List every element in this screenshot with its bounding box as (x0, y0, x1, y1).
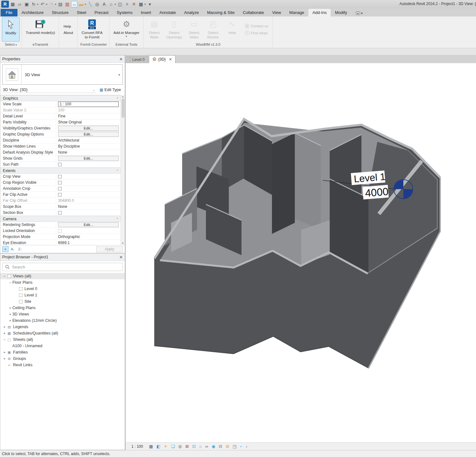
ribbon-tab-file[interactable]: File (1, 9, 17, 17)
model-canvas[interactable]: Level 1 4000 (126, 63, 476, 442)
print-icon[interactable]: ▤ (57, 1, 63, 7)
view-scale-input[interactable]: 1 : 100 (58, 102, 119, 107)
tree-expand-icon[interactable]: + (2, 350, 7, 354)
element-name-dropdown[interactable]: 3D View: {3D}⌄ (2, 87, 96, 93)
edit-button[interactable]: Edit... (58, 126, 119, 131)
vcb-more-icon[interactable]: ‹ (246, 444, 247, 448)
switch-windows-icon-caret[interactable]: ▾ (144, 3, 146, 6)
tree-expand-icon[interactable]: + (8, 312, 12, 316)
undo-icon-caret[interactable]: ▾ (46, 3, 47, 6)
sort-desc-button[interactable]: Z↓ (17, 246, 23, 252)
switch-windows-icon[interactable]: ▩ (138, 1, 144, 7)
user-interface-icon[interactable]: ▦ (10, 1, 16, 7)
tree-expand-icon[interactable]: − (8, 281, 12, 284)
tree-item-level-0[interactable]: Level 0 (0, 286, 125, 292)
temporary-view-icon[interactable]: ⊟ (219, 444, 222, 448)
tree-expand-icon[interactable]: + (2, 357, 7, 361)
close-hidden-windows-icon[interactable]: ✕ (131, 1, 137, 7)
dimension-icon[interactable]: ▬ (78, 1, 84, 7)
tree-item-schedules-quantities-all-[interactable]: +▦Schedules/Quantities (all) (0, 330, 125, 336)
revit-logo[interactable]: R (1, 1, 9, 8)
detail-line-icon[interactable]: ╲ (87, 1, 93, 7)
close-inactive-views-icon[interactable]: ▥ (64, 1, 70, 7)
tree-item-a100-unnamed[interactable]: A100 - Unnamed (0, 343, 125, 349)
view-tab-3d[interactable]: {3D}✕ (149, 55, 175, 63)
ribbon-tab-annotate[interactable]: Annotate (155, 9, 180, 17)
collapse-chevron-icon[interactable]: ^ (117, 169, 118, 172)
sort-default-button[interactable]: ≡ (2, 246, 9, 252)
property-value[interactable]: 304800.0 (56, 198, 121, 203)
customize-qat-icon[interactable]: ▾ (147, 1, 153, 7)
section-header-graphics[interactable]: Graphics^ (0, 95, 121, 101)
apply-button[interactable]: Apply (96, 246, 123, 252)
tree-item-revit-links[interactable]: ∞Revit Links (0, 362, 125, 368)
tree-expand-icon[interactable]: + (2, 331, 7, 335)
property-value[interactable]: None (56, 204, 121, 209)
edit-button[interactable]: Edit... (58, 132, 119, 137)
tree-item-elevations-12mm-circle-[interactable]: +Elevations (12mm Circle) (0, 317, 125, 324)
collapse-chevron-icon[interactable]: ^ (117, 97, 118, 100)
browser-search-input[interactable]: Search (2, 263, 123, 271)
properties-close-icon[interactable]: ✕ (119, 57, 123, 62)
view-tab-level0[interactable]: Level 0 (126, 56, 148, 63)
tree-item-groups[interactable]: +⊞Groups (0, 355, 125, 362)
property-value[interactable]: By Discipline (56, 144, 121, 149)
type-selector[interactable]: 3D View ▾ (2, 64, 123, 85)
analytical-model-icon[interactable]: ⊞ (226, 444, 229, 448)
view-scale-control[interactable]: 1 : 100 (129, 444, 146, 449)
ribbon-tab-insert[interactable]: Insert (137, 9, 155, 17)
help-button[interactable]: Help (63, 24, 73, 28)
ribbon-tab-architecture[interactable]: Architecture (17, 9, 48, 17)
section-icon[interactable]: ◫ (117, 1, 123, 7)
ribbon-tab-systems[interactable]: Systems (113, 9, 137, 17)
section-header-extents[interactable]: Extents^ (0, 168, 121, 174)
default-3d-view-icon-caret[interactable]: ▾ (115, 3, 116, 6)
reveal-hidden-icon[interactable]: ◉ (212, 444, 215, 448)
close-view-icon[interactable]: ✕ (169, 57, 172, 62)
level-datum-icon[interactable] (394, 180, 413, 199)
about-button[interactable]: About (63, 31, 73, 35)
section-header-camera[interactable]: Camera^ (0, 216, 121, 222)
first-steps-link[interactable]: ?First steps (245, 31, 268, 35)
ribbon-tab-manage[interactable]: Manage (285, 9, 308, 17)
ribbon-tab-structure[interactable]: Structure (48, 9, 73, 17)
open-icon[interactable]: ▱ (17, 1, 23, 7)
render-dialog-icon[interactable]: ◍ (178, 444, 182, 448)
properties-scrollbar[interactable]: ▲▼ (121, 95, 125, 245)
detect-openings-button[interactable]: ▯DetectOpenings (164, 17, 184, 42)
property-value[interactable]: 100 (56, 108, 121, 112)
checkbox[interactable] (58, 187, 62, 190)
detect-slabs-button[interactable]: ▭DetectSlabs (185, 17, 203, 42)
ribbon-tab-precast[interactable]: Precast (90, 9, 113, 17)
detect-walls-button[interactable]: ▤DetectWalls (145, 17, 163, 42)
checkbox[interactable] (58, 193, 62, 196)
edit-type-button[interactable]: ▦ Edit Type (98, 87, 123, 93)
tree-item-level-1[interactable]: Level 1 (0, 292, 125, 298)
edit-button[interactable]: Edit... (58, 222, 119, 227)
property-value[interactable]: Orthographic (56, 235, 121, 239)
ribbon-tab-collaborate[interactable]: Collaborate (239, 9, 268, 17)
ribbon-tab-analyze[interactable]: Analyze (180, 9, 203, 17)
checkbox[interactable] (58, 175, 62, 178)
ribbon-tab-steel[interactable]: Steel (73, 9, 90, 17)
tree-expand-icon[interactable]: − (2, 338, 7, 341)
default-3d-view-icon[interactable]: ⌂ (108, 1, 114, 7)
tree-expand-icon[interactable]: − (2, 274, 7, 278)
contact-us-link[interactable]: @Contact us (245, 24, 268, 28)
project-browser-close-icon[interactable]: ✕ (119, 255, 123, 260)
displacement-icon[interactable]: ◳ (233, 444, 236, 448)
convert-rfa-button[interactable]: RRFA Convert RFA to FormIt (80, 17, 104, 42)
crop-view-icon[interactable]: ⊠ (185, 444, 189, 448)
ribbon-tab-add-ins[interactable]: Add-Ins (308, 9, 331, 17)
measure-icon[interactable]: ◎ (94, 1, 100, 7)
checkbox[interactable] (58, 211, 62, 215)
ribbon-tab-modify[interactable]: Modify (331, 9, 351, 17)
sync-with-central-icon[interactable]: ↻ (30, 1, 37, 7)
shadows-icon[interactable]: ❏ (171, 444, 175, 448)
dimension-icon-caret[interactable]: ▾ (85, 3, 86, 6)
tree-item-3d-views[interactable]: +3D Views (0, 311, 125, 317)
edit-button[interactable]: Edit... (58, 156, 119, 161)
detail-level-icon[interactable]: ▩ (149, 444, 153, 448)
hide-isolate-icon[interactable]: ∞ (205, 444, 208, 448)
tree-item-ceiling-plans[interactable]: +Ceiling Plans (0, 305, 125, 311)
